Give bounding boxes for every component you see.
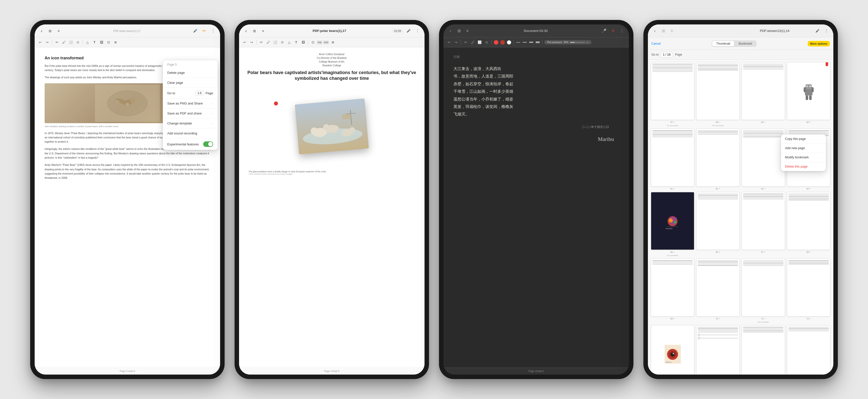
goto-item[interactable]: Go to Page bbox=[163, 88, 218, 98]
extra2[interactable]: img bbox=[317, 41, 322, 44]
list-button-4[interactable]: ≡ bbox=[668, 27, 675, 34]
thumb-page-76[interactable] bbox=[787, 325, 830, 374]
lasso-tool-2[interactable]: ⊙ bbox=[279, 39, 285, 45]
thumb-page-59[interactable] bbox=[742, 62, 785, 120]
thumb-page-70[interactable] bbox=[696, 258, 740, 316]
list-button-2[interactable] bbox=[259, 27, 267, 34]
color-dark-red[interactable] bbox=[500, 40, 505, 44]
shape-tool-2[interactable]: △ bbox=[286, 39, 292, 45]
save-pdf-item[interactable]: Save as PDF and share › bbox=[163, 109, 218, 119]
mic-button-2[interactable] bbox=[405, 27, 412, 34]
ctx-copy-page[interactable]: Copy this page bbox=[781, 134, 826, 144]
pen-tool-3[interactable]: ✏ bbox=[463, 39, 469, 45]
tab-bookmark[interactable]: Bookmark bbox=[735, 41, 756, 47]
eraser-tool[interactable]: ⬜ bbox=[68, 39, 74, 45]
text-tool-2[interactable]: T bbox=[293, 39, 299, 45]
grid-button-4[interactable]: ⊞ bbox=[660, 27, 667, 34]
text-tool[interactable]: T bbox=[92, 39, 97, 45]
scan-tool[interactable]: ⊡ bbox=[105, 39, 112, 45]
mic-button-1[interactable] bbox=[192, 27, 199, 34]
thumb-page-75[interactable] bbox=[742, 325, 785, 374]
goto-input[interactable] bbox=[195, 91, 204, 95]
thumb-page-69[interactable] bbox=[651, 258, 694, 316]
grid-button-2[interactable] bbox=[251, 27, 258, 34]
close-button-3[interactable]: ✕ bbox=[610, 27, 617, 34]
more-button-2[interactable] bbox=[414, 27, 421, 34]
list-button-3[interactable]: ≡ bbox=[464, 27, 471, 34]
cancel-button[interactable]: Cancel bbox=[651, 42, 660, 45]
back-button-4[interactable]: ‹ bbox=[651, 27, 658, 34]
experimental-toggle[interactable] bbox=[203, 142, 213, 147]
redo-btn[interactable]: ↪ bbox=[44, 39, 50, 45]
save-png-item[interactable]: Save as PNG and Share › bbox=[163, 98, 218, 109]
thumb-page-58[interactable] bbox=[696, 62, 740, 120]
pressure-toggle[interactable]: ⊙ bbox=[587, 41, 589, 44]
change-template-item[interactable]: Change template › bbox=[163, 119, 218, 128]
stroke-thick[interactable] bbox=[529, 42, 533, 43]
thumb-page-72[interactable] bbox=[787, 258, 830, 316]
thumb-page-65[interactable]: Bowdoin bbox=[651, 192, 694, 250]
mic-button-3[interactable]: 🎤 bbox=[600, 27, 608, 34]
back-button-2[interactable] bbox=[243, 27, 250, 34]
thumb-page-73[interactable]: Warhol bbox=[651, 325, 694, 374]
ctx-modify-bookmark[interactable]: Modify bookmark bbox=[781, 153, 826, 162]
eraser-tool-3[interactable]: ⬜ bbox=[477, 39, 483, 45]
back-button-1[interactable] bbox=[38, 27, 45, 34]
ctx-add-page[interactable]: Add new page bbox=[781, 144, 826, 153]
thumb-page-62[interactable] bbox=[696, 129, 740, 187]
mic-button-4[interactable] bbox=[814, 27, 821, 34]
add-sound-item[interactable]: Add sound recording bbox=[163, 128, 218, 139]
thumb-page-67[interactable] bbox=[742, 192, 785, 250]
more-button-1[interactable] bbox=[210, 27, 217, 34]
stroke-thin[interactable] bbox=[516, 42, 520, 43]
zoom-tool-2[interactable]: ⊕ bbox=[330, 39, 336, 45]
clear-page-item[interactable]: Clear page bbox=[163, 78, 218, 88]
undo-btn[interactable]: ↩ bbox=[37, 39, 43, 45]
grid-button-3[interactable]: ⊞ bbox=[456, 27, 462, 34]
experimental-item[interactable]: Experimental features bbox=[163, 139, 218, 150]
svg-rect-24 bbox=[809, 95, 812, 100]
marker-tool[interactable]: 🖊 bbox=[61, 39, 67, 45]
lasso-tool[interactable]: ⊙ bbox=[75, 39, 81, 45]
extra1[interactable]: ⊡ bbox=[310, 39, 316, 45]
eraser-tool-2[interactable]: ⬜ bbox=[272, 39, 278, 45]
doc-image-wrapper bbox=[295, 98, 369, 154]
image-tool-2[interactable]: 🖼 bbox=[300, 39, 306, 45]
thumb-page-60[interactable] bbox=[787, 62, 830, 120]
pen-tool-2[interactable]: ✏ bbox=[258, 39, 264, 45]
more-options-button[interactable]: More options bbox=[808, 41, 830, 47]
color-white[interactable] bbox=[507, 40, 511, 44]
thumb-page-68[interactable] bbox=[787, 192, 830, 250]
thumb-page-63[interactable] bbox=[742, 129, 785, 187]
extra3[interactable]: scan bbox=[323, 41, 329, 44]
thumb-page-57[interactable] bbox=[651, 62, 694, 120]
thumb-page-74[interactable] bbox=[696, 325, 740, 374]
zoom-tool[interactable]: ⊕ bbox=[113, 39, 118, 45]
marker-tool-3[interactable]: 🖊 bbox=[470, 39, 476, 45]
marker-tool-2[interactable]: 🖊 bbox=[265, 39, 271, 45]
delete-page-item[interactable]: Delete page bbox=[163, 68, 218, 78]
shape-tool[interactable]: △ bbox=[85, 39, 91, 45]
undo-btn-2[interactable]: ↩ bbox=[242, 39, 248, 45]
back-button-3[interactable]: ‹ bbox=[447, 27, 454, 34]
stroke-thickest[interactable] bbox=[536, 41, 540, 43]
undo-btn-3[interactable]: ↩ bbox=[446, 39, 452, 45]
redo-btn-2[interactable]: ↪ bbox=[249, 39, 254, 45]
thumb-page-71[interactable] bbox=[742, 258, 785, 316]
image-tool[interactable]: 🖼 bbox=[98, 39, 104, 45]
ctx-delete-page[interactable]: Delete this page bbox=[781, 162, 826, 171]
pen-tool[interactable]: ✏ bbox=[54, 39, 60, 45]
thumb-page-61[interactable] bbox=[651, 129, 694, 187]
grid-button-1[interactable] bbox=[46, 27, 54, 34]
tab-thumbnail[interactable]: Thumbnail bbox=[712, 41, 734, 47]
lasso-tool-3[interactable]: ⊙ bbox=[484, 39, 490, 45]
redo-btn-3[interactable]: ↪ bbox=[453, 39, 459, 45]
stroke-med[interactable] bbox=[523, 42, 527, 43]
goto-input-4[interactable] bbox=[660, 52, 673, 57]
more-button-3[interactable]: ⋮ bbox=[618, 27, 625, 34]
pen-button-1[interactable]: ✏ bbox=[201, 27, 208, 34]
thumb-page-66[interactable] bbox=[696, 192, 740, 250]
more-button-4[interactable] bbox=[823, 27, 830, 34]
color-red[interactable] bbox=[494, 40, 498, 44]
list-button-1[interactable] bbox=[55, 27, 62, 34]
